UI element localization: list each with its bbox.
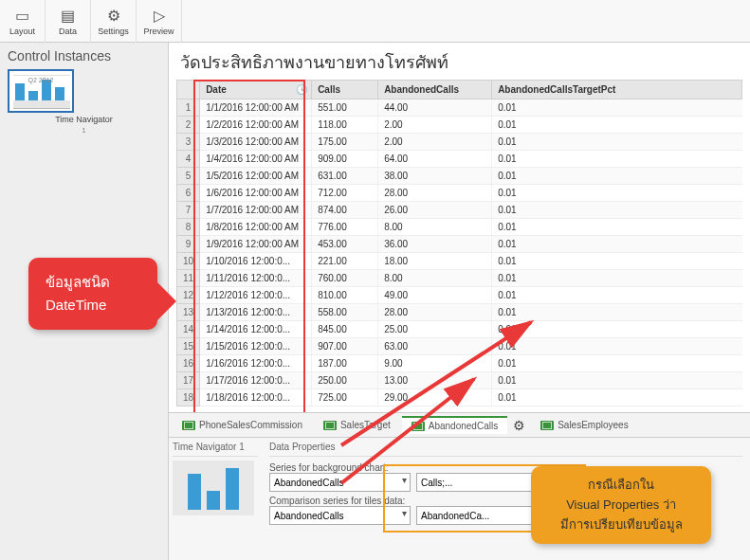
cell-calls[interactable]: 631.00 bbox=[312, 168, 378, 185]
sheet-tab-abandonedcalls[interactable]: AbandonedCalls bbox=[402, 416, 507, 434]
cell-date[interactable]: 1/18/2016 12:00:0... bbox=[200, 389, 312, 406]
cell-pct[interactable]: 0.01 bbox=[492, 372, 742, 389]
cell-abandoned[interactable]: 28.00 bbox=[378, 304, 492, 321]
time-navigator-thumbnail[interactable]: Q2 2012 bbox=[8, 69, 74, 113]
table-row[interactable]: 21/2/2016 12:00:00 AM118.002.000.01 bbox=[177, 117, 742, 134]
cell-abandoned[interactable]: 38.00 bbox=[378, 168, 492, 185]
column-header-date[interactable]: Date🕓 bbox=[200, 81, 312, 99]
cell-date[interactable]: 1/5/2016 12:00:00 AM bbox=[200, 168, 312, 185]
cell-calls[interactable]: 810.00 bbox=[312, 287, 378, 304]
cell-calls[interactable]: 187.00 bbox=[312, 355, 378, 372]
cell-calls[interactable]: 453.00 bbox=[312, 236, 378, 253]
cell-calls[interactable]: 776.00 bbox=[312, 219, 378, 236]
cell-calls[interactable]: 551.00 bbox=[312, 99, 378, 117]
cell-date[interactable]: 1/15/2016 12:00:0... bbox=[200, 338, 312, 355]
cell-pct[interactable]: 0.01 bbox=[492, 202, 742, 219]
table-row[interactable]: 131/13/2016 12:00:0...558.0028.000.01 bbox=[177, 304, 742, 321]
table-row[interactable]: 51/5/2016 12:00:00 AM631.0038.000.01 bbox=[177, 168, 742, 185]
cell-calls[interactable]: 725.00 bbox=[312, 389, 378, 406]
layout-button[interactable]: ▭Layout bbox=[0, 0, 46, 43]
cell-abandoned[interactable]: 13.00 bbox=[378, 372, 492, 389]
cell-pct[interactable]: 0.01 bbox=[492, 389, 742, 406]
table-row[interactable]: 151/15/2016 12:00:0...907.0063.000.01 bbox=[177, 338, 742, 355]
cell-calls[interactable]: 118.00 bbox=[312, 117, 378, 134]
cell-pct[interactable]: 0.01 bbox=[492, 270, 742, 287]
column-header-calls[interactable]: Calls bbox=[312, 81, 378, 99]
sheet-tab-salestarget[interactable]: SalesTarget bbox=[314, 417, 400, 433]
cell-pct[interactable]: 0.01 bbox=[492, 151, 742, 168]
cell-date[interactable]: 1/8/2016 12:00:00 AM bbox=[200, 219, 312, 236]
cell-abandoned[interactable]: 49.00 bbox=[378, 287, 492, 304]
cell-date[interactable]: 1/1/2016 12:00:00 AM bbox=[200, 99, 312, 117]
cell-date[interactable]: 1/13/2016 12:00:0... bbox=[200, 304, 312, 321]
cell-pct[interactable]: 0.01 bbox=[492, 134, 742, 151]
cell-abandoned[interactable]: 44.00 bbox=[378, 99, 492, 117]
cell-calls[interactable]: 874.00 bbox=[312, 202, 378, 219]
cell-pct[interactable]: 0.01 bbox=[492, 338, 742, 355]
cell-calls[interactable]: 712.00 bbox=[312, 185, 378, 202]
cell-abandoned[interactable]: 28.00 bbox=[378, 185, 492, 202]
table-row[interactable]: 71/7/2016 12:00:00 AM874.0026.000.01 bbox=[177, 202, 742, 219]
cell-calls[interactable]: 175.00 bbox=[312, 134, 378, 151]
table-row[interactable]: 41/4/2016 12:00:00 AM909.0064.000.01 bbox=[177, 151, 742, 168]
table-row[interactable]: 31/3/2016 12:00:00 AM175.002.000.01 bbox=[177, 134, 742, 151]
cell-date[interactable]: 1/4/2016 12:00:00 AM bbox=[200, 151, 312, 168]
cell-abandoned[interactable]: 2.00 bbox=[378, 117, 492, 134]
cell-abandoned[interactable]: 63.00 bbox=[378, 338, 492, 355]
cell-date[interactable]: 1/12/2016 12:00:0... bbox=[200, 287, 312, 304]
table-row[interactable]: 101/10/2016 12:00:0...221.0018.000.01 bbox=[177, 253, 742, 270]
cell-pct[interactable]: 0.01 bbox=[492, 219, 742, 236]
data-button[interactable]: ▤Data bbox=[46, 0, 91, 43]
table-row[interactable]: 121/12/2016 12:00:0...810.0049.000.01 bbox=[177, 287, 742, 304]
table-row[interactable]: 81/8/2016 12:00:00 AM776.008.000.01 bbox=[177, 219, 742, 236]
table-row[interactable]: 61/6/2016 12:00:00 AM712.0028.000.01 bbox=[177, 185, 742, 202]
table-row[interactable]: 91/9/2016 12:00:00 AM453.0036.000.01 bbox=[177, 236, 742, 253]
cell-abandoned[interactable]: 29.00 bbox=[378, 389, 492, 406]
cell-pct[interactable]: 0.01 bbox=[492, 355, 742, 372]
cell-date[interactable]: 1/11/2016 12:00:0... bbox=[200, 270, 312, 287]
column-header-abandonedcallstargetpct[interactable]: AbandonedCallsTargetPct bbox=[492, 81, 742, 99]
cell-date[interactable]: 1/17/2016 12:00:0... bbox=[200, 372, 312, 389]
sheet-tab-salesemployees[interactable]: SalesEmployees bbox=[531, 417, 637, 433]
cell-date[interactable]: 1/9/2016 12:00:00 AM bbox=[200, 236, 312, 253]
cell-abandoned[interactable]: 8.00 bbox=[378, 270, 492, 287]
cell-pct[interactable]: 0.01 bbox=[492, 321, 742, 338]
cell-abandoned[interactable]: 9.00 bbox=[378, 355, 492, 372]
cell-calls[interactable]: 909.00 bbox=[312, 151, 378, 168]
cell-pct[interactable]: 0.01 bbox=[492, 99, 742, 117]
cell-pct[interactable]: 0.01 bbox=[492, 253, 742, 270]
cell-calls[interactable]: 221.00 bbox=[312, 253, 378, 270]
cell-abandoned[interactable]: 25.00 bbox=[378, 321, 492, 338]
cell-date[interactable]: 1/7/2016 12:00:00 AM bbox=[200, 202, 312, 219]
sheet-settings-gear-icon[interactable]: ⚙ bbox=[513, 418, 525, 433]
cell-date[interactable]: 1/14/2016 12:00:0... bbox=[200, 321, 312, 338]
cell-pct[interactable]: 0.01 bbox=[492, 304, 742, 321]
cell-abandoned[interactable]: 26.00 bbox=[378, 202, 492, 219]
data-grid[interactable]: Date🕓CallsAbandonedCallsAbandonedCallsTa… bbox=[176, 80, 742, 406]
cell-date[interactable]: 1/3/2016 12:00:00 AM bbox=[200, 134, 312, 151]
cell-abandoned[interactable]: 36.00 bbox=[378, 236, 492, 253]
cell-date[interactable]: 1/10/2016 12:00:0... bbox=[200, 253, 312, 270]
cell-pct[interactable]: 0.01 bbox=[492, 287, 742, 304]
cell-calls[interactable]: 558.00 bbox=[312, 304, 378, 321]
sheet-tab-phonesalescommission[interactable]: PhoneSalesCommission bbox=[173, 417, 312, 433]
cell-abandoned[interactable]: 64.00 bbox=[378, 151, 492, 168]
cmp-series-select[interactable] bbox=[269, 506, 411, 525]
cell-abandoned[interactable]: 2.00 bbox=[378, 134, 492, 151]
props-thumb-chart-icon[interactable] bbox=[173, 461, 254, 515]
cell-date[interactable]: 1/2/2016 12:00:00 AM bbox=[200, 117, 312, 134]
cell-date[interactable]: 1/6/2016 12:00:00 AM bbox=[200, 185, 312, 202]
table-row[interactable]: 181/18/2016 12:00:0...725.0029.000.01 bbox=[177, 389, 742, 406]
table-row[interactable]: 161/16/2016 12:00:0...187.009.000.01 bbox=[177, 355, 742, 372]
table-row[interactable]: 11/1/2016 12:00:00 AM551.0044.000.01 bbox=[177, 99, 742, 117]
bg-series-select[interactable] bbox=[269, 473, 411, 492]
cell-pct[interactable]: 0.01 bbox=[492, 168, 742, 185]
cell-abandoned[interactable]: 18.00 bbox=[378, 253, 492, 270]
cell-calls[interactable]: 250.00 bbox=[312, 372, 378, 389]
table-row[interactable]: 171/17/2016 12:00:0...250.0013.000.01 bbox=[177, 372, 742, 389]
cell-pct[interactable]: 0.01 bbox=[492, 236, 742, 253]
preview-button[interactable]: ▷Preview bbox=[137, 0, 182, 43]
cell-pct[interactable]: 0.01 bbox=[492, 117, 742, 134]
cell-calls[interactable]: 907.00 bbox=[312, 338, 378, 355]
table-row[interactable]: 141/14/2016 12:00:0...845.0025.000.01 bbox=[177, 321, 742, 338]
